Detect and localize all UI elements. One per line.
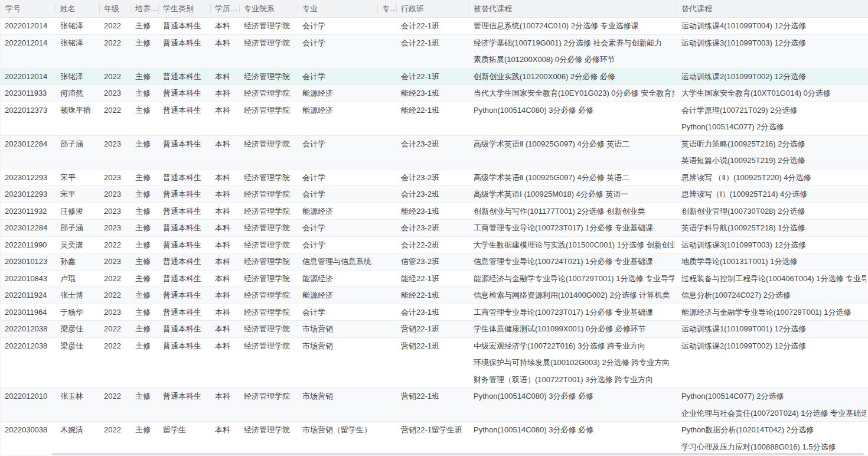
table-row[interactable]: 2023011933何沛然2023主修普通本科生本科经济管理学院能源经济能经23… <box>1 85 868 102</box>
table-row[interactable]: 2023010123孙鑫2023主修普通本科生本科经济管理学院信息管理与信息系统… <box>1 253 868 271</box>
cell-name-text: 邵子涵 <box>60 220 97 236</box>
cell-admin-class-text: 营销22-1班 <box>401 388 466 405</box>
cell-student-id: 2023012293 <box>1 170 56 186</box>
cell-student-type: 普通本科生 <box>158 220 210 236</box>
cell-education: 本科 <box>210 136 239 169</box>
cell-name: 汪修浚 <box>56 203 99 220</box>
cell-training-text: 主修 <box>135 170 156 186</box>
cell-replacement-course-line: Python数据分析(102014T042) 2分选修 <box>681 422 866 439</box>
cell-truncated <box>377 271 396 287</box>
cell-student-id-text: 2023012293 <box>5 186 53 203</box>
cell-admin-class-text: 会计23-2班 <box>401 136 466 153</box>
table-row[interactable]: 2022012373顿珠平措2022主修普通本科生本科经济管理学院能源经济能经2… <box>1 102 868 136</box>
table-row[interactable]: 2022011924张士博2022主修普通本科生本科经济管理学院能源经济能经22… <box>1 287 868 304</box>
table-row[interactable]: 2022012014张铭泽2022主修普通本科生本科经济管理学院会计学会计22-… <box>1 35 868 69</box>
cell-department: 经济管理学院 <box>239 422 298 455</box>
cell-grade-text: 2023 <box>104 203 128 220</box>
cell-department: 经济管理学院 <box>239 287 298 304</box>
cell-grade-text: 2022 <box>104 18 128 34</box>
cell-student-type-text: 普通本科生 <box>163 271 208 287</box>
table-row[interactable]: 2022011990吴奕潇2022主修普通本科生本科经济管理学院会计学会计22-… <box>1 237 868 254</box>
cell-replaced-course: 能源经济与金融学专业导论(100729T001) 1分选修 专业导学课 <box>469 271 677 287</box>
table-row[interactable]: 2022030038木婉清2022主修留学生本科经济管理学院市场营销（留学生）营… <box>1 422 868 455</box>
cell-name: 木婉清 <box>56 422 99 455</box>
cell-training-text: 主修 <box>135 253 156 270</box>
cell-training: 主修 <box>130 69 158 85</box>
table-row[interactable]: 2022012014张铭泽2022主修普通本科生本科经济管理学院会计学会计22-… <box>1 69 868 86</box>
cell-truncated-text <box>382 253 394 270</box>
cell-training: 主修 <box>130 237 158 253</box>
cell-replaced-course-line: 工商管理专业导论(100723T017) 1分必修 专业基础课 <box>474 304 674 321</box>
cell-replacement-course-line: 思辨读写 （Ⅱ）(100925T220) 4分选修 <box>681 170 866 186</box>
cell-admin-class-text: 能经22-1班 <box>401 271 466 287</box>
cell-major-text: 能源经济 <box>302 102 375 119</box>
cell-major-text: 市场营销（留学生） <box>302 422 375 439</box>
cell-department: 经济管理学院 <box>239 338 298 388</box>
table-row[interactable]: 2022012038梁彦佳2022主修普通本科生本科经济管理学院市场营销营销22… <box>1 338 868 389</box>
cell-student-type: 普通本科生 <box>158 271 210 287</box>
cell-student-type-text: 普通本科生 <box>163 304 208 321</box>
cell-student-type-text: 普通本科生 <box>163 237 208 253</box>
table-row[interactable]: 2022012014张铭泽2022主修普通本科生本科经济管理学院会计学会计22-… <box>1 18 868 35</box>
cell-grade-text: 2022 <box>104 69 128 85</box>
cell-replaced-course: 工商管理专业导论(100723T017) 1分必修 专业基础课 <box>469 220 677 236</box>
cell-training: 主修 <box>130 388 158 421</box>
cell-student-type-text: 普通本科生 <box>163 338 208 355</box>
horizontal-scrollbar[interactable] <box>51 453 864 455</box>
cell-education: 本科 <box>210 253 239 270</box>
cell-student-id-text: 2022012038 <box>5 338 53 355</box>
cell-grade: 2023 <box>99 203 130 220</box>
cell-student-type-text: 普通本科生 <box>163 69 208 85</box>
cell-education: 本科 <box>210 237 239 253</box>
cell-grade-text: 2023 <box>104 253 128 270</box>
cell-department: 经济管理学院 <box>239 220 298 236</box>
cell-training: 主修 <box>130 186 158 203</box>
cell-major-text: 会计学 <box>302 35 375 52</box>
cell-education-text: 本科 <box>215 321 237 337</box>
cell-name: 顿珠平措 <box>56 102 99 135</box>
cell-department-text: 经济管理学院 <box>244 203 295 220</box>
cell-education-text: 本科 <box>215 18 237 34</box>
cell-name-text: 宋平 <box>60 186 97 203</box>
table-row[interactable]: 2023011932汪修浚2023主修普通本科生本科经济管理学院能源经济能经23… <box>1 203 868 220</box>
cell-major: 会计学 <box>298 18 377 34</box>
cell-admin-class: 会计22-1班 <box>396 35 469 68</box>
cell-admin-class-text: 会计23-2班 <box>401 186 466 203</box>
cell-truncated-text <box>382 220 394 236</box>
table-row[interactable]: 2022012038梁彦佳2022主修普通本科生本科经济管理学院市场营销营销22… <box>1 321 868 338</box>
cell-student-id-text: 2022012010 <box>5 388 53 405</box>
cell-replacement-course: 英语学科导航(100925T218) 1分选修 <box>677 220 868 236</box>
cell-student-id-text: 2022012038 <box>5 321 53 337</box>
cell-student-id: 2023012284 <box>1 136 56 169</box>
cell-training: 主修 <box>130 287 158 304</box>
cell-major: 会计学 <box>298 186 377 203</box>
cell-grade: 2023 <box>99 186 130 203</box>
cell-education: 本科 <box>210 69 239 85</box>
table-row[interactable]: 2022010843卢琨2022主修普通本科生本科经济管理学院能源经济能经22-… <box>1 271 868 288</box>
cell-replacement-course-line: 英语短篇小说(100925T219) 2分选修 <box>681 152 866 169</box>
cell-grade-text: 2023 <box>104 170 128 186</box>
cell-major-text: 会计学 <box>302 136 375 153</box>
table-row[interactable]: 2023011964于杨华2023主修普通本科生本科经济管理学院会计学会计23-… <box>1 304 868 321</box>
col-header-department: 专业院系 <box>239 0 298 17</box>
table-row[interactable]: 2023012293宋平2023主修普通本科生本科经济管理学院会计学会计23-2… <box>1 170 868 187</box>
cell-department-text: 经济管理学院 <box>244 321 295 337</box>
cell-name: 梁彦佳 <box>56 338 99 388</box>
cell-education-text: 本科 <box>215 388 237 405</box>
cell-department-text: 经济管理学院 <box>244 69 295 85</box>
cell-education: 本科 <box>210 422 239 455</box>
table-row[interactable]: 2023012284邵子涵2023主修普通本科生本科经济管理学院会计学会计23-… <box>1 136 868 170</box>
cell-replaced-course: 信息检索与网络资源利用(101400G002) 2分选修 计算机类 <box>469 287 677 304</box>
cell-education-text: 本科 <box>215 203 237 220</box>
cell-replacement-course: 运动训练课4(101099T004) 12分选修 <box>677 18 868 34</box>
cell-major: 会计学 <box>298 304 377 321</box>
cell-student-type-text: 留学生 <box>163 422 208 439</box>
table-row[interactable]: 2023012293宋平2023主修普通本科生本科经济管理学院会计学会计23-2… <box>1 186 868 203</box>
cell-education-text: 本科 <box>215 253 237 270</box>
table-row[interactable]: 2022012010张玉林2022主修普通本科生本科经济管理学院市场营销营销22… <box>1 388 868 422</box>
cell-replaced-course-line: 高级学术英语Ⅱ (100925G097) 4分必修 英语二 <box>474 136 674 153</box>
cell-replaced-course: 当代大学生国家安全教育(10EY01G023) 0分必修 安全教育类 <box>469 85 677 102</box>
cell-student-type: 普通本科生 <box>158 321 210 337</box>
table-row[interactable]: 2023012284邵子涵2023主修普通本科生本科经济管理学院会计学会计23-… <box>1 220 868 237</box>
cell-name: 张铭泽 <box>56 18 99 34</box>
